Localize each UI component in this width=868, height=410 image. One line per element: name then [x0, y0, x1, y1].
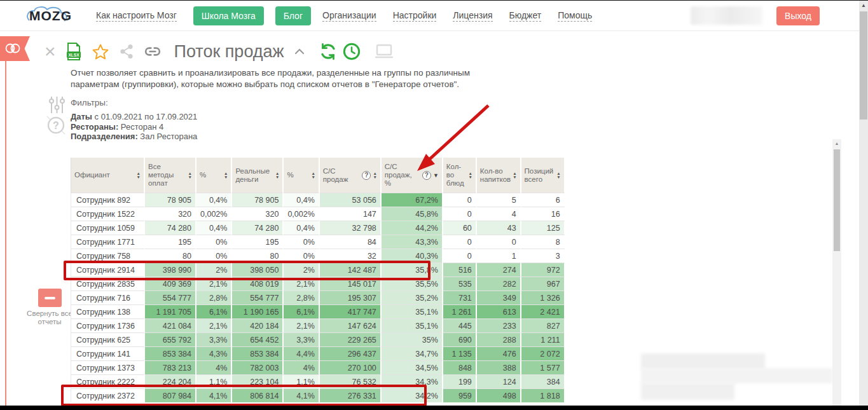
sort-both-icon[interactable]: ▲▼	[468, 172, 472, 179]
column-header[interactable]: %▲▼	[196, 158, 232, 193]
value-cell: 782 003	[232, 360, 284, 374]
nav-link-help[interactable]: Помощь	[558, 10, 592, 22]
value-cell: 4	[477, 207, 521, 221]
nav-link-organizations[interactable]: Организации	[322, 10, 376, 22]
sort-descending-icon[interactable]: ▼	[433, 172, 439, 179]
link-icon[interactable]	[144, 43, 162, 60]
value-cell: 1 818	[521, 388, 565, 402]
column-header-label: %	[287, 171, 293, 179]
value-cell: 147	[320, 207, 382, 221]
column-header[interactable]: %▲▼	[284, 158, 319, 193]
scrollbar-up-arrow-icon[interactable]: ▲	[832, 141, 841, 146]
value-cell: 35%	[382, 332, 443, 346]
value-cell: 0,002%	[284, 207, 319, 221]
table-row: Сотрудник 1381 191 7056,1%1 190 1656,1%4…	[71, 304, 565, 318]
column-header[interactable]: Кол-во блюд▲▼	[443, 158, 477, 193]
sort-both-icon[interactable]: ▲▼	[188, 172, 192, 179]
filters-sliders-icon[interactable]	[48, 95, 65, 117]
sort-both-icon[interactable]: ▲▼	[513, 172, 516, 179]
nav-link-budget[interactable]: Бюджет	[509, 10, 542, 22]
employee-cell: Сотрудник 1059	[71, 221, 145, 235]
value-cell: 384	[521, 374, 565, 388]
value-cell: 0	[477, 235, 521, 249]
monitor-icon[interactable]	[375, 44, 394, 59]
page-scrollbar-thumb[interactable]	[860, 11, 867, 120]
column-header[interactable]: Все методы оплат▲▼	[145, 158, 196, 193]
refresh-icon[interactable]	[319, 42, 338, 61]
value-cell: 420 184	[232, 318, 284, 332]
value-cell: 0	[443, 207, 477, 221]
value-cell: 972	[521, 263, 565, 277]
brain-ribbon-tab[interactable]	[0, 36, 30, 61]
value-cell: 67,2%	[382, 193, 443, 207]
table-row: Сотрудник 89278 9050,4%78 9050,4%53 0566…	[71, 193, 565, 207]
value-cell: 282	[477, 277, 521, 290]
sort-both-icon[interactable]: ▲▼	[311, 172, 315, 179]
collapse-caret-icon[interactable]	[294, 48, 305, 55]
column-help-icon[interactable]: ?	[422, 171, 431, 180]
xlsx-export-icon[interactable]: XLSX	[66, 43, 81, 60]
logo-text: MOZG	[29, 8, 72, 24]
report-title: Поток продаж	[174, 42, 284, 62]
value-cell: 827	[521, 318, 565, 332]
window-top-edge	[0, 0, 868, 1]
value-cell: 233	[477, 318, 521, 332]
sort-both-icon[interactable]: ▲▼	[275, 172, 279, 179]
page-scrollbar[interactable]: ▲	[859, 0, 868, 410]
value-cell: 74 280	[232, 221, 284, 235]
value-cell: 320	[232, 207, 284, 221]
column-header[interactable]: Официант▲▼	[71, 158, 145, 193]
schedule-clock-icon[interactable]	[343, 43, 361, 60]
logout-button[interactable]: Выход	[776, 6, 820, 25]
value-cell: 3,3%	[196, 332, 232, 346]
column-help-icon[interactable]: ?	[362, 171, 371, 180]
report-scrollbar[interactable]: ▲	[832, 139, 841, 406]
nav-link-settings[interactable]: Настройки	[393, 10, 437, 22]
value-cell: 655 792	[145, 332, 196, 346]
value-cell: 1 261	[443, 304, 477, 318]
value-cell: 5	[477, 193, 521, 207]
value-cell: 125	[521, 221, 565, 235]
nav-button-school[interactable]: Школа Мозга	[193, 6, 264, 25]
column-header[interactable]: С/С продаж?▲▼	[320, 158, 382, 193]
sort-both-icon[interactable]: ▲▼	[137, 172, 141, 179]
filter-dates: Даты с 01.09.2021 по 17.09.2021	[71, 112, 197, 122]
mozg-logo[interactable]: MOZG	[29, 8, 72, 24]
help-question-icon[interactable]: ?	[45, 114, 67, 139]
table-row: Сотрудник 15223200,002%3200,002%14745,8%…	[71, 207, 565, 221]
value-cell: 690	[443, 332, 477, 346]
employee-cell: Сотрудник 1522	[71, 207, 145, 221]
nav-button-blog[interactable]: Блог	[275, 6, 311, 25]
value-cell: 2,1%	[196, 318, 232, 332]
employee-cell: Сотрудник 892	[71, 193, 145, 207]
value-cell: 32 798	[320, 221, 382, 235]
collapse-all-reports-button[interactable]	[38, 289, 62, 307]
table-row: Сотрудник 1736421 0842,1%420 1842,1%147 …	[71, 318, 565, 332]
nav-link-license[interactable]: Лицензия	[453, 10, 492, 22]
column-header[interactable]: Кол-во напитков▲▼	[477, 158, 521, 193]
value-cell: 1 577	[521, 360, 565, 374]
value-cell: 445	[443, 318, 477, 332]
scrollbar-up-arrow-icon[interactable]: ▲	[859, 3, 868, 8]
value-cell: 516	[443, 263, 477, 277]
table-row: Сотрудник 625655 7923,3%654 4523,3%229 2…	[71, 332, 565, 346]
close-report-icon[interactable]: ×	[45, 43, 56, 60]
value-cell: 498	[477, 388, 521, 402]
sort-both-icon[interactable]: ▲▼	[224, 172, 228, 179]
favorite-star-icon[interactable]	[92, 43, 109, 60]
redacted-block	[641, 353, 765, 369]
sort-both-icon[interactable]: ▲▼	[556, 172, 560, 179]
employee-cell: Сотрудник 141	[71, 346, 145, 360]
value-cell: 34,7%	[382, 346, 443, 360]
share-icon[interactable]	[120, 44, 134, 59]
employee-cell: Сотрудник 625	[71, 332, 145, 346]
column-header[interactable]: Позиций всего▲▼	[521, 158, 565, 193]
report-scrollbar-thumb[interactable]	[834, 149, 840, 251]
sort-both-icon[interactable]: ▲▼	[373, 172, 376, 179]
value-cell: 417 747	[320, 304, 382, 318]
column-header[interactable]: Реальные деньги▲▼	[232, 158, 284, 193]
value-cell: 45,8%	[382, 207, 443, 221]
nav-link-how-to-configure[interactable]: Как настроить Мозг	[96, 10, 177, 22]
app-window: MOZG Как настроить Мозг Школа Мозга Блог…	[0, 0, 868, 410]
column-header[interactable]: С/С продаж, %?▼	[382, 158, 443, 193]
